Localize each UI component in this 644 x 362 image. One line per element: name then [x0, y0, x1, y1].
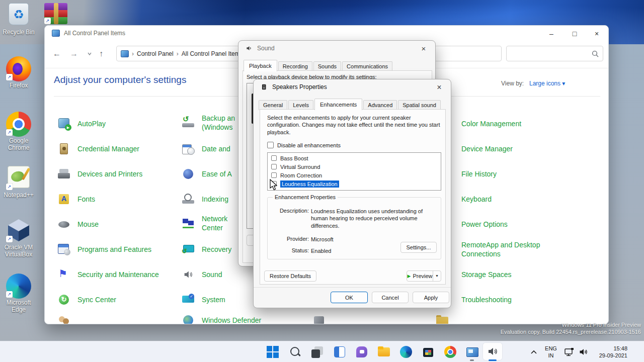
close-button[interactable]: ×: [589, 29, 604, 39]
enhancement-row-loudness-equalization[interactable]: Loudness Equalization: [268, 179, 441, 188]
search-box[interactable]: [506, 46, 603, 61]
chat-icon[interactable]: [355, 345, 368, 358]
cp-item-fonts[interactable]: Fonts: [57, 193, 95, 206]
desktop-icon-label: Oracle VM VirtualBox: [0, 244, 37, 258]
view-by-dropdown[interactable]: Large icons ▾: [529, 80, 565, 87]
tab-communications[interactable]: Communications: [342, 61, 392, 71]
desktop-icon-recycle-bin[interactable]: ♻ Recycle Bin: [0, 3, 37, 36]
network-icon[interactable]: [565, 347, 575, 358]
cp-item-programs-features[interactable]: Programs and Features: [57, 243, 151, 256]
cp-item-devices-printers[interactable]: Devices and Printers: [57, 167, 142, 180]
enhancements-list[interactable]: Bass Boost Virtual Surround Room Correct…: [267, 152, 441, 191]
room-correction-checkbox[interactable]: [271, 172, 277, 178]
enhancement-label-selected: Loudness Equalization: [280, 180, 339, 188]
tab-sounds[interactable]: Sounds: [313, 61, 341, 71]
preview-button[interactable]: ▶Preview ▼: [407, 270, 441, 282]
cp-item-windows-defender[interactable]: Windows Defender: [182, 314, 261, 324]
desktop-icon-virtualbox[interactable]: ↗ Oracle VM VirtualBox: [0, 218, 37, 258]
forward-button[interactable]: →: [70, 49, 78, 58]
breadcrumb-icon: [121, 50, 129, 57]
autoplay-icon: [57, 118, 70, 130]
volume-icon[interactable]: [579, 347, 589, 358]
cp-item-work-folders-partial[interactable]: [436, 314, 449, 324]
cp-item-backup-restore[interactable]: Backup an (Windows: [182, 113, 235, 133]
breadcrumb-control-panel[interactable]: Control Panel: [137, 50, 174, 57]
enhancement-row-room-correction[interactable]: Room Correction: [268, 171, 441, 179]
edge-taskbar-icon[interactable]: [399, 345, 413, 358]
cp-item-windows-tools-partial[interactable]: [312, 314, 326, 324]
tab-playback[interactable]: Playback: [244, 60, 277, 71]
tray-chevron-icon[interactable]: [530, 348, 537, 357]
virtual-surround-checkbox[interactable]: [271, 164, 277, 169]
search-input[interactable]: [510, 48, 588, 59]
recent-locations-chevron[interactable]: [87, 50, 92, 60]
language-indicator[interactable]: ENG IN: [543, 345, 558, 359]
disable-all-checkbox[interactable]: [267, 142, 274, 148]
calendar-clock-icon: [182, 143, 195, 155]
mouse-cursor: [270, 179, 278, 191]
preview-dropdown-arrow[interactable]: ▼: [433, 271, 441, 281]
enhancement-row-virtual-surround[interactable]: Virtual Surround: [268, 162, 441, 171]
tab-spatial-sound[interactable]: Spatial sound: [398, 100, 441, 110]
cp-item-sound[interactable]: Sound: [182, 268, 222, 281]
close-icon[interactable]: ×: [417, 43, 430, 54]
cp-item-user-accounts-partial[interactable]: [57, 314, 70, 324]
back-button[interactable]: ←: [53, 49, 61, 58]
cp-item-remoteapp[interactable]: RemoteApp and Desktop Connections: [436, 239, 540, 259]
enhancement-row-bass-boost[interactable]: Bass Boost: [268, 154, 441, 162]
tab-enhancements[interactable]: Enhancements: [314, 99, 362, 110]
cp-item-recovery[interactable]: Recovery: [182, 243, 231, 256]
start-button[interactable]: [266, 345, 279, 358]
shortcut-arrow-icon: ↗: [6, 129, 13, 136]
breadcrumb-chevron: ›: [177, 50, 179, 57]
taskbar-search-icon[interactable]: [289, 345, 302, 358]
desktop-icon-notepadpp[interactable]: ↗ Notepad++: [0, 166, 37, 199]
cancel-button[interactable]: Cancel: [372, 292, 409, 303]
chrome-taskbar-icon[interactable]: [444, 345, 457, 358]
ok-button[interactable]: OK: [331, 292, 368, 303]
search-icon: [592, 50, 599, 57]
minimize-button[interactable]: –: [544, 29, 559, 39]
tab-advanced[interactable]: Advanced: [363, 100, 397, 110]
cp-item-network-sharing[interactable]: Network Center: [182, 213, 227, 233]
cp-item-autoplay[interactable]: AutoPlay: [57, 117, 106, 130]
apply-button[interactable]: Apply: [413, 292, 449, 303]
cp-item-indexing-options[interactable]: Indexing: [182, 193, 228, 206]
cp-item-mouse[interactable]: Mouse: [57, 218, 99, 231]
defender-globe-icon: [182, 314, 195, 324]
page-title: Adjust your computer's settings: [54, 74, 186, 85]
cp-item-credential-manager[interactable]: Credential Manager: [57, 142, 139, 155]
desktop-icon-winrar[interactable]: ↗: [44, 3, 67, 24]
file-explorer-icon[interactable]: [377, 345, 390, 358]
task-view-icon[interactable]: [311, 345, 324, 358]
control-panel-taskbar-icon[interactable]: [465, 345, 478, 358]
disable-all-enhancements-row[interactable]: Disable all enhancements: [267, 142, 341, 148]
cp-item-system[interactable]: System: [182, 293, 225, 306]
cp-item-ease-of-access[interactable]: Ease of A: [182, 167, 232, 180]
system-icon: [182, 294, 195, 306]
tab-general[interactable]: General: [259, 100, 287, 110]
desktop-icon-firefox[interactable]: ↗ Firefox: [0, 56, 37, 89]
cp-item-date-time[interactable]: Date and: [182, 142, 230, 155]
widgets-icon[interactable]: [333, 345, 346, 358]
speakers-dialog-title-area: Speakers Properties: [261, 83, 327, 90]
tab-recording[interactable]: Recording: [278, 61, 312, 71]
settings-button[interactable]: Settings...: [400, 242, 437, 253]
cp-item-sync-center[interactable]: Sync Center: [57, 293, 116, 306]
clock[interactable]: 15:48 29-09-2021: [595, 345, 627, 359]
cp-item-security-maintenance[interactable]: Security and Maintenance: [57, 268, 159, 281]
maximize-button[interactable]: □: [567, 29, 582, 39]
close-icon[interactable]: ×: [433, 82, 446, 93]
up-button[interactable]: ↑: [99, 49, 103, 58]
speaker-icon: [182, 268, 195, 281]
sound-taskbar-icon[interactable]: [487, 345, 500, 358]
desktop-icon-edge[interactable]: ↗ Microsoft Edge: [0, 274, 37, 314]
recycle-bin-icon: ♻: [9, 3, 29, 25]
restore-defaults-button[interactable]: Restore Defaults: [264, 270, 316, 282]
desktop-icon-chrome[interactable]: ↗ Google Chrome: [0, 112, 37, 152]
breadcrumb-current[interactable]: All Control Panel Items: [182, 50, 243, 57]
bass-boost-checkbox[interactable]: [271, 155, 277, 161]
preview-label: Preview: [413, 271, 432, 282]
tab-levels[interactable]: Levels: [288, 100, 313, 110]
microsoft-store-icon[interactable]: [422, 345, 435, 358]
